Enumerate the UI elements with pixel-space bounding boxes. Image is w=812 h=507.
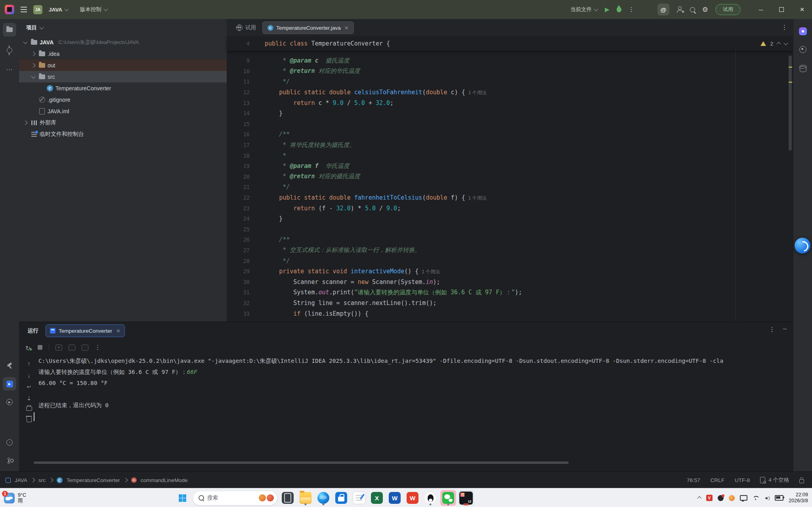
tree-item-gitignore[interactable]: .gitignore [19,94,227,105]
tab-temperatureconverter-java[interactable]: TemperatureConverter.java ✕ [262,21,354,34]
thread-dump-icon[interactable]: ● [55,345,62,351]
line-number[interactable]: 33 [227,311,250,317]
debug-button[interactable] [617,7,621,12]
volume-icon[interactable]: ◄) [764,496,770,500]
search-everywhere-icon[interactable] [690,7,695,12]
chevron-down-icon[interactable] [22,41,29,44]
tray-expand-icon[interactable] [697,496,701,501]
next-problem-icon[interactable] [783,41,788,45]
main-menu-icon[interactable] [21,7,27,12]
ai-assistant-icon[interactable]: @ [657,4,669,15]
tab-trial[interactable]: 试用 [231,22,261,34]
line-number[interactable]: 31 [227,289,250,295]
gradle-toolwindow-button[interactable] [796,43,810,56]
services-toolwindow-button[interactable]: ▶ [3,395,16,409]
taskbar-weather-widget[interactable]: 1 9°C 雨 [4,490,26,506]
tree-item-root[interactable]: JAVAC:\Users\朱彦硕\IdeaProjects\JAVA [19,36,227,48]
line-number[interactable]: 16 [227,131,250,137]
rerun-icon[interactable]: ↻ [25,345,31,351]
line-ending-widget[interactable]: CRLF [711,477,724,483]
project-toolwindow-button[interactable] [3,23,16,36]
problems-toolwindow-button[interactable]: ! [3,436,16,449]
restore-button[interactable] [775,4,788,15]
run-tab-temperatureconverter[interactable]: TemperatureConverter ✕ [46,324,125,337]
caret-position-widget[interactable]: 76:57 [687,477,700,483]
minimize-button[interactable]: ─ [754,4,768,15]
tree-item-idea-folder[interactable]: .idea [19,48,227,59]
start-button[interactable] [174,490,190,506]
attach-debugger-icon[interactable]: ↓ [69,345,75,351]
tree-item-temperatureconverter-class[interactable]: TemperatureConverter [19,82,227,94]
database-toolwindow-button[interactable] [796,62,810,75]
jump-to-bottom-icon[interactable]: ↓ [27,372,31,379]
tree-item-src-folder[interactable]: src [19,71,227,82]
clear-console-icon[interactable] [27,417,32,422]
line-number[interactable]: 22 [227,194,250,201]
line-number[interactable]: 30 [227,279,250,285]
run-panel-options-icon[interactable]: ⋮ [769,326,775,333]
battery-icon[interactable] [775,495,783,501]
tree-item-scratches-and-consoles[interactable]: 临时文件和控制台 [19,128,227,140]
taskbar-app-intellij-idea[interactable]: IJ [458,490,474,506]
line-number[interactable]: 18 [227,152,250,159]
line-number[interactable]: 11 [227,78,250,85]
console-output[interactable]: C:\Users\朱彦硕\.jdks\openjdk-25.0.2\bin\ja… [38,355,785,411]
more-toolwindows-button[interactable]: ⋯ [3,63,16,76]
taskbar-clock[interactable]: 22:09 2026/3/8 [789,492,808,504]
line-number[interactable]: 14 [227,110,250,116]
project-avatar[interactable]: JA [33,5,42,14]
line-number[interactable]: 26 [227,236,250,243]
line-number[interactable]: 12 [227,89,250,95]
line-number[interactable]: 20 [227,173,250,180]
line-number[interactable]: 23 [227,205,250,212]
project-selector[interactable]: JAVA [49,7,68,13]
settings-gear-icon[interactable]: ⚙ [702,6,708,14]
breadcrumb-class[interactable]: TemperatureConverter [67,477,120,483]
line-number[interactable]: 21 [227,184,250,190]
soft-wrap-icon[interactable]: ↩ [27,384,31,390]
taskbar-app-wps[interactable]: W [405,490,420,506]
chevron-right-icon[interactable] [30,52,36,55]
breadcrumb-java[interactable]: JAVA [15,477,27,483]
line-number[interactable]: 13 [227,100,250,106]
editor-options-icon[interactable]: ⋮ [781,24,787,31]
previous-problem-icon[interactable] [776,42,781,46]
taskbar-app-word[interactable]: W [387,490,403,506]
inspection-widget[interactable]: 2 [760,36,787,51]
add-user-icon[interactable] [676,6,683,13]
hide-panel-icon[interactable]: ─ [783,326,787,333]
breadcrumb-src[interactable]: src [38,477,46,483]
warning-stripe-mark[interactable] [789,67,792,68]
search-highlight-icon[interactable] [267,494,274,501]
line-number[interactable]: 9 [227,57,250,64]
line-number[interactable]: 17 [227,142,250,148]
line-number[interactable]: 28 [227,258,250,264]
export-icon[interactable]: ↑ [82,345,88,351]
tray-app-icon[interactable] [729,495,735,501]
indent-widget[interactable]: 4 个空格 [760,477,789,484]
chevron-down-icon[interactable] [30,75,36,78]
assistant-floating-button[interactable] [795,238,810,254]
scroll-to-end-icon[interactable]: ↓ [28,395,31,400]
wifi-icon[interactable] [753,496,759,500]
project-panel-header[interactable]: 项目 [19,19,227,36]
line-number[interactable]: 32 [227,300,250,306]
tree-item-external-libraries[interactable]: 外部库 [19,117,227,128]
tree-item-java-iml[interactable]: JAVA.iml [19,105,227,117]
chevron-right-icon[interactable] [22,121,29,124]
chevron-right-icon[interactable] [30,64,36,67]
taskbar-app-notepad[interactable] [351,490,367,506]
code-editor[interactable]: 9 * @param c 摄氏温度10 * @return 对应的华氏温度11 … [227,51,793,319]
taskbar-app-microsoft-store[interactable] [333,490,349,506]
taskbar-app-file-explorer[interactable] [298,490,313,506]
taskbar-app-phonelink[interactable] [280,490,296,506]
run-button[interactable]: ▶ [605,6,609,13]
jump-to-top-icon[interactable]: ↑ [27,360,31,367]
editor-scrollbar[interactable] [789,55,792,151]
line-number[interactable]: 24 [227,215,250,222]
warning-stripe-mark[interactable] [789,82,792,83]
console-more-icon[interactable]: ⋮ [95,344,101,351]
taskbar-app-qq[interactable] [422,490,438,506]
ai-assistant-toolwindow-button[interactable] [796,25,810,38]
build-toolwindow-button[interactable] [3,359,16,372]
